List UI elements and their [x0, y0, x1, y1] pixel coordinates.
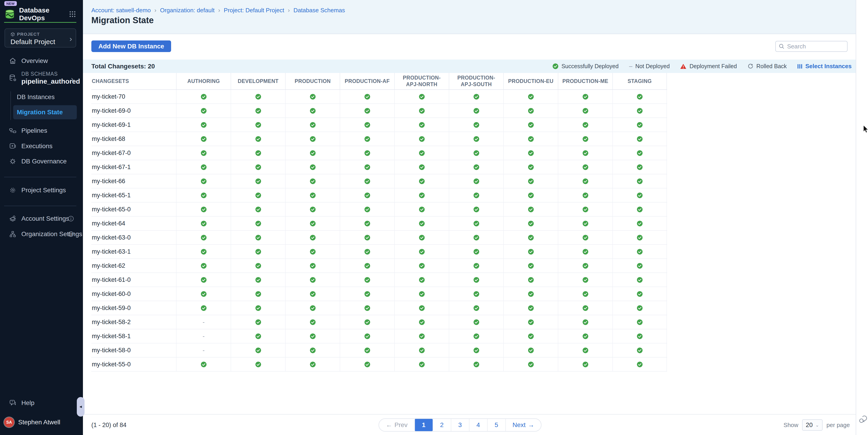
status-cell-deployed[interactable] — [230, 315, 285, 329]
status-cell-deployed[interactable] — [285, 273, 340, 287]
status-cell-deployed[interactable] — [503, 90, 558, 103]
status-cell-deployed[interactable] — [612, 273, 667, 287]
status-cell-deployed[interactable] — [612, 358, 667, 371]
add-new-db-instance-button[interactable]: Add New DB Instance — [91, 40, 171, 52]
status-cell-deployed[interactable] — [176, 203, 230, 216]
search-box[interactable] — [775, 41, 847, 52]
status-cell-deployed[interactable] — [176, 217, 230, 230]
status-cell-deployed[interactable] — [503, 245, 558, 258]
breadcrumb-item[interactable]: Project: Default Project — [224, 7, 284, 14]
status-cell-deployed[interactable] — [558, 329, 612, 343]
sidebar-item-project-settings[interactable]: Project Settings — [0, 184, 83, 196]
status-cell-deployed[interactable] — [612, 217, 667, 230]
status-cell-deployed[interactable] — [176, 132, 230, 146]
status-cell-deployed[interactable] — [394, 273, 449, 287]
status-cell-deployed[interactable] — [503, 188, 558, 202]
status-cell-deployed[interactable] — [558, 90, 612, 103]
status-cell-deployed[interactable] — [449, 301, 503, 315]
status-cell-deployed[interactable] — [612, 301, 667, 315]
status-cell-deployed[interactable] — [230, 273, 285, 287]
status-cell-deployed[interactable] — [285, 329, 340, 343]
user-menu[interactable]: SA Stephen Atwell — [4, 417, 60, 427]
page-size-select[interactable]: 20 ⌄ — [802, 419, 823, 431]
status-cell-deployed[interactable] — [503, 174, 558, 188]
prev-page-button[interactable]: ←Prev — [379, 419, 414, 431]
status-cell-not-deployed[interactable]: - — [176, 343, 230, 357]
status-cell-deployed[interactable] — [558, 287, 612, 301]
status-cell-deployed[interactable] — [449, 287, 503, 301]
status-cell-deployed[interactable] — [503, 315, 558, 329]
status-cell-deployed[interactable] — [230, 90, 285, 103]
status-cell-deployed[interactable] — [176, 301, 230, 315]
status-cell-deployed[interactable] — [285, 188, 340, 202]
status-cell-deployed[interactable] — [503, 259, 558, 273]
sidebar-item-migration-state[interactable]: Migration State — [13, 105, 77, 119]
sidebar-item-db-schemas[interactable]: DB SCHEMAS pipeline_authored › — [0, 69, 83, 87]
status-cell-deployed[interactable] — [285, 358, 340, 371]
status-cell-deployed[interactable] — [285, 203, 340, 216]
status-cell-deployed[interactable] — [285, 343, 340, 357]
status-cell-deployed[interactable] — [176, 90, 230, 103]
status-cell-deployed[interactable] — [340, 358, 394, 371]
status-cell-deployed[interactable] — [285, 118, 340, 132]
status-cell-deployed[interactable] — [230, 217, 285, 230]
status-cell-deployed[interactable] — [176, 188, 230, 202]
status-cell-deployed[interactable] — [612, 203, 667, 216]
status-cell-deployed[interactable] — [449, 273, 503, 287]
status-cell-deployed[interactable] — [340, 203, 394, 216]
status-cell-deployed[interactable] — [503, 104, 558, 118]
status-cell-deployed[interactable] — [340, 315, 394, 329]
status-cell-deployed[interactable] — [176, 287, 230, 301]
status-cell-deployed[interactable] — [230, 146, 285, 160]
status-cell-deployed[interactable] — [503, 217, 558, 230]
status-cell-deployed[interactable] — [394, 259, 449, 273]
status-cell-deployed[interactable] — [394, 231, 449, 244]
status-cell-deployed[interactable] — [558, 343, 612, 357]
status-cell-deployed[interactable] — [340, 90, 394, 103]
status-cell-deployed[interactable] — [340, 217, 394, 230]
status-cell-deployed[interactable] — [612, 188, 667, 202]
sidebar-item-executions[interactable]: Executions — [0, 140, 83, 153]
status-cell-deployed[interactable] — [612, 245, 667, 258]
status-cell-deployed[interactable] — [285, 231, 340, 244]
status-cell-deployed[interactable] — [394, 315, 449, 329]
status-cell-deployed[interactable] — [340, 245, 394, 258]
sidebar-collapse-handle[interactable]: ◄ — [77, 397, 85, 416]
page-button-2[interactable]: 2 — [433, 419, 451, 431]
status-cell-deployed[interactable] — [449, 132, 503, 146]
status-cell-deployed[interactable] — [558, 132, 612, 146]
status-cell-deployed[interactable] — [340, 118, 394, 132]
status-cell-deployed[interactable] — [612, 160, 667, 174]
status-cell-deployed[interactable] — [340, 160, 394, 174]
status-cell-deployed[interactable] — [558, 231, 612, 244]
status-cell-deployed[interactable] — [340, 287, 394, 301]
sidebar-item-overview[interactable]: Overview — [0, 55, 83, 67]
sidebar-item-account-settings[interactable]: Account Settings — [0, 212, 83, 225]
status-cell-deployed[interactable] — [503, 132, 558, 146]
status-cell-deployed[interactable] — [340, 231, 394, 244]
status-cell-deployed[interactable] — [230, 343, 285, 357]
status-cell-deployed[interactable] — [558, 118, 612, 132]
status-cell-deployed[interactable] — [449, 329, 503, 343]
sidebar-item-help[interactable]: ? Help — [0, 397, 83, 409]
status-cell-deployed[interactable] — [176, 231, 230, 244]
status-cell-deployed[interactable] — [612, 287, 667, 301]
status-cell-deployed[interactable] — [449, 188, 503, 202]
status-cell-deployed[interactable] — [285, 132, 340, 146]
status-cell-deployed[interactable] — [503, 231, 558, 244]
status-cell-deployed[interactable] — [612, 90, 667, 103]
status-cell-deployed[interactable] — [558, 358, 612, 371]
status-cell-deployed[interactable] — [503, 287, 558, 301]
status-cell-deployed[interactable] — [449, 90, 503, 103]
sidebar-item-pipelines[interactable]: Pipelines — [0, 124, 83, 137]
breadcrumb-item[interactable]: Database Schemas — [293, 7, 345, 14]
status-cell-deployed[interactable] — [394, 358, 449, 371]
status-cell-deployed[interactable] — [449, 245, 503, 258]
status-cell-deployed[interactable] — [394, 245, 449, 258]
status-cell-deployed[interactable] — [340, 301, 394, 315]
status-cell-deployed[interactable] — [503, 203, 558, 216]
resource-center-chat-icon[interactable] — [858, 414, 868, 424]
status-cell-deployed[interactable] — [503, 358, 558, 371]
status-cell-deployed[interactable] — [612, 329, 667, 343]
status-cell-deployed[interactable] — [558, 315, 612, 329]
